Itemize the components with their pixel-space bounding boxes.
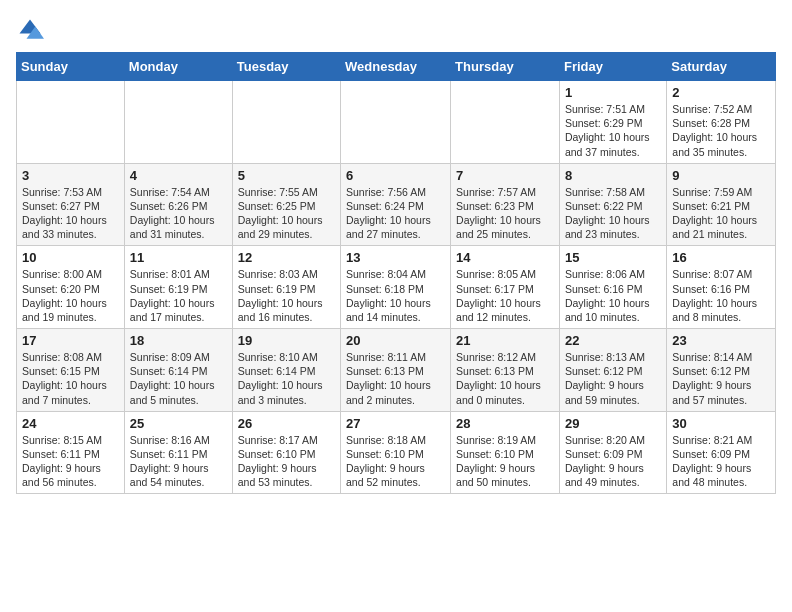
- calendar-cell: 19Sunrise: 8:10 AM Sunset: 6:14 PM Dayli…: [232, 329, 340, 412]
- calendar-cell: 26Sunrise: 8:17 AM Sunset: 6:10 PM Dayli…: [232, 411, 340, 494]
- day-info: Sunrise: 8:15 AM Sunset: 6:11 PM Dayligh…: [22, 433, 119, 490]
- day-number: 1: [565, 85, 661, 100]
- day-info: Sunrise: 8:05 AM Sunset: 6:17 PM Dayligh…: [456, 267, 554, 324]
- day-number: 19: [238, 333, 335, 348]
- day-info: Sunrise: 8:12 AM Sunset: 6:13 PM Dayligh…: [456, 350, 554, 407]
- day-number: 12: [238, 250, 335, 265]
- calendar-cell: 3Sunrise: 7:53 AM Sunset: 6:27 PM Daylig…: [17, 163, 125, 246]
- day-info: Sunrise: 7:59 AM Sunset: 6:21 PM Dayligh…: [672, 185, 770, 242]
- day-number: 11: [130, 250, 227, 265]
- weekday-header: Friday: [559, 53, 666, 81]
- calendar-cell: 9Sunrise: 7:59 AM Sunset: 6:21 PM Daylig…: [667, 163, 776, 246]
- day-info: Sunrise: 8:17 AM Sunset: 6:10 PM Dayligh…: [238, 433, 335, 490]
- day-number: 4: [130, 168, 227, 183]
- calendar-cell: [232, 81, 340, 164]
- day-info: Sunrise: 7:54 AM Sunset: 6:26 PM Dayligh…: [130, 185, 227, 242]
- day-info: Sunrise: 8:14 AM Sunset: 6:12 PM Dayligh…: [672, 350, 770, 407]
- day-info: Sunrise: 7:51 AM Sunset: 6:29 PM Dayligh…: [565, 102, 661, 159]
- calendar-cell: [17, 81, 125, 164]
- day-info: Sunrise: 8:18 AM Sunset: 6:10 PM Dayligh…: [346, 433, 445, 490]
- calendar-cell: 27Sunrise: 8:18 AM Sunset: 6:10 PM Dayli…: [341, 411, 451, 494]
- calendar-cell: 20Sunrise: 8:11 AM Sunset: 6:13 PM Dayli…: [341, 329, 451, 412]
- day-number: 15: [565, 250, 661, 265]
- day-info: Sunrise: 8:08 AM Sunset: 6:15 PM Dayligh…: [22, 350, 119, 407]
- calendar-cell: 18Sunrise: 8:09 AM Sunset: 6:14 PM Dayli…: [124, 329, 232, 412]
- day-info: Sunrise: 8:04 AM Sunset: 6:18 PM Dayligh…: [346, 267, 445, 324]
- day-info: Sunrise: 7:55 AM Sunset: 6:25 PM Dayligh…: [238, 185, 335, 242]
- calendar-cell: 15Sunrise: 8:06 AM Sunset: 6:16 PM Dayli…: [559, 246, 666, 329]
- day-info: Sunrise: 8:07 AM Sunset: 6:16 PM Dayligh…: [672, 267, 770, 324]
- day-number: 22: [565, 333, 661, 348]
- calendar-cell: 22Sunrise: 8:13 AM Sunset: 6:12 PM Dayli…: [559, 329, 666, 412]
- weekday-header: Tuesday: [232, 53, 340, 81]
- calendar-week-row: 17Sunrise: 8:08 AM Sunset: 6:15 PM Dayli…: [17, 329, 776, 412]
- day-number: 16: [672, 250, 770, 265]
- day-info: Sunrise: 8:19 AM Sunset: 6:10 PM Dayligh…: [456, 433, 554, 490]
- calendar-cell: 24Sunrise: 8:15 AM Sunset: 6:11 PM Dayli…: [17, 411, 125, 494]
- calendar-cell: 16Sunrise: 8:07 AM Sunset: 6:16 PM Dayli…: [667, 246, 776, 329]
- calendar-cell: [341, 81, 451, 164]
- day-number: 27: [346, 416, 445, 431]
- day-number: 10: [22, 250, 119, 265]
- calendar-header: SundayMondayTuesdayWednesdayThursdayFrid…: [17, 53, 776, 81]
- day-number: 7: [456, 168, 554, 183]
- calendar-week-row: 1Sunrise: 7:51 AM Sunset: 6:29 PM Daylig…: [17, 81, 776, 164]
- day-info: Sunrise: 8:21 AM Sunset: 6:09 PM Dayligh…: [672, 433, 770, 490]
- weekday-header: Thursday: [451, 53, 560, 81]
- calendar-table: SundayMondayTuesdayWednesdayThursdayFrid…: [16, 52, 776, 494]
- day-info: Sunrise: 8:06 AM Sunset: 6:16 PM Dayligh…: [565, 267, 661, 324]
- calendar-cell: 12Sunrise: 8:03 AM Sunset: 6:19 PM Dayli…: [232, 246, 340, 329]
- calendar-cell: 2Sunrise: 7:52 AM Sunset: 6:28 PM Daylig…: [667, 81, 776, 164]
- calendar-week-row: 24Sunrise: 8:15 AM Sunset: 6:11 PM Dayli…: [17, 411, 776, 494]
- day-number: 3: [22, 168, 119, 183]
- calendar-cell: 13Sunrise: 8:04 AM Sunset: 6:18 PM Dayli…: [341, 246, 451, 329]
- day-number: 28: [456, 416, 554, 431]
- day-info: Sunrise: 8:09 AM Sunset: 6:14 PM Dayligh…: [130, 350, 227, 407]
- day-number: 26: [238, 416, 335, 431]
- weekday-header: Wednesday: [341, 53, 451, 81]
- day-number: 20: [346, 333, 445, 348]
- calendar-cell: 25Sunrise: 8:16 AM Sunset: 6:11 PM Dayli…: [124, 411, 232, 494]
- calendar-body: 1Sunrise: 7:51 AM Sunset: 6:29 PM Daylig…: [17, 81, 776, 494]
- day-number: 6: [346, 168, 445, 183]
- calendar-cell: 28Sunrise: 8:19 AM Sunset: 6:10 PM Dayli…: [451, 411, 560, 494]
- calendar-cell: 30Sunrise: 8:21 AM Sunset: 6:09 PM Dayli…: [667, 411, 776, 494]
- day-info: Sunrise: 8:16 AM Sunset: 6:11 PM Dayligh…: [130, 433, 227, 490]
- calendar-cell: 10Sunrise: 8:00 AM Sunset: 6:20 PM Dayli…: [17, 246, 125, 329]
- day-info: Sunrise: 8:03 AM Sunset: 6:19 PM Dayligh…: [238, 267, 335, 324]
- calendar-cell: 8Sunrise: 7:58 AM Sunset: 6:22 PM Daylig…: [559, 163, 666, 246]
- day-info: Sunrise: 7:53 AM Sunset: 6:27 PM Dayligh…: [22, 185, 119, 242]
- day-info: Sunrise: 7:56 AM Sunset: 6:24 PM Dayligh…: [346, 185, 445, 242]
- calendar-cell: 21Sunrise: 8:12 AM Sunset: 6:13 PM Dayli…: [451, 329, 560, 412]
- day-info: Sunrise: 8:00 AM Sunset: 6:20 PM Dayligh…: [22, 267, 119, 324]
- day-number: 17: [22, 333, 119, 348]
- day-number: 5: [238, 168, 335, 183]
- day-number: 25: [130, 416, 227, 431]
- calendar-cell: 11Sunrise: 8:01 AM Sunset: 6:19 PM Dayli…: [124, 246, 232, 329]
- day-info: Sunrise: 7:58 AM Sunset: 6:22 PM Dayligh…: [565, 185, 661, 242]
- calendar-cell: 7Sunrise: 7:57 AM Sunset: 6:23 PM Daylig…: [451, 163, 560, 246]
- day-info: Sunrise: 8:11 AM Sunset: 6:13 PM Dayligh…: [346, 350, 445, 407]
- weekday-header: Sunday: [17, 53, 125, 81]
- day-info: Sunrise: 8:01 AM Sunset: 6:19 PM Dayligh…: [130, 267, 227, 324]
- day-number: 18: [130, 333, 227, 348]
- day-info: Sunrise: 7:52 AM Sunset: 6:28 PM Dayligh…: [672, 102, 770, 159]
- calendar-cell: 17Sunrise: 8:08 AM Sunset: 6:15 PM Dayli…: [17, 329, 125, 412]
- calendar-cell: [124, 81, 232, 164]
- day-number: 13: [346, 250, 445, 265]
- calendar-cell: 1Sunrise: 7:51 AM Sunset: 6:29 PM Daylig…: [559, 81, 666, 164]
- day-number: 30: [672, 416, 770, 431]
- calendar-cell: 14Sunrise: 8:05 AM Sunset: 6:17 PM Dayli…: [451, 246, 560, 329]
- calendar-cell: 29Sunrise: 8:20 AM Sunset: 6:09 PM Dayli…: [559, 411, 666, 494]
- day-number: 21: [456, 333, 554, 348]
- day-number: 23: [672, 333, 770, 348]
- day-number: 8: [565, 168, 661, 183]
- calendar-cell: [451, 81, 560, 164]
- weekday-header: Saturday: [667, 53, 776, 81]
- day-number: 24: [22, 416, 119, 431]
- logo-icon: [16, 16, 44, 44]
- day-number: 2: [672, 85, 770, 100]
- day-info: Sunrise: 8:13 AM Sunset: 6:12 PM Dayligh…: [565, 350, 661, 407]
- calendar-week-row: 10Sunrise: 8:00 AM Sunset: 6:20 PM Dayli…: [17, 246, 776, 329]
- calendar-cell: 6Sunrise: 7:56 AM Sunset: 6:24 PM Daylig…: [341, 163, 451, 246]
